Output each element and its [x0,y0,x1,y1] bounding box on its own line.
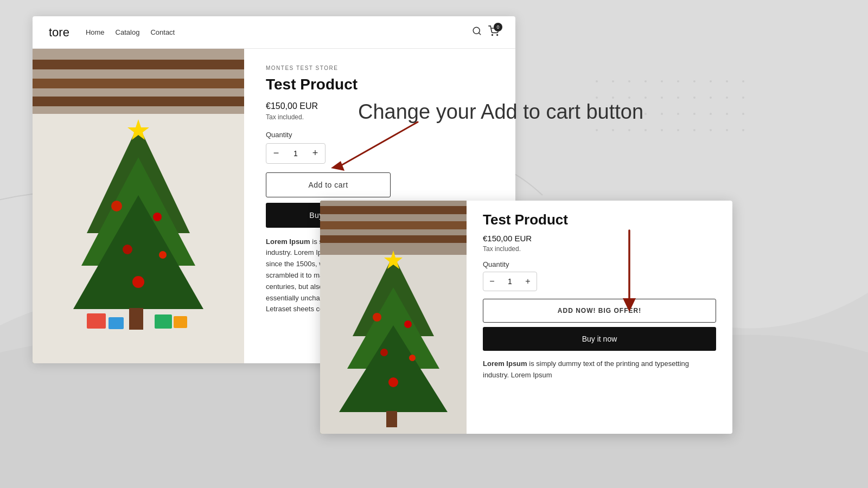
svg-point-33 [628,129,630,131]
product-image [33,49,244,363]
add-to-cart-button[interactable]: Add to cart [266,172,391,197]
svg-rect-64 [174,316,187,328]
svg-point-78 [380,349,388,356]
svg-point-58 [159,251,167,259]
quantity-label-2: Quantity [483,260,716,268]
svg-point-76 [373,313,381,322]
svg-point-59 [132,276,144,288]
store-navbar: tore Home Catalog Contact 0 [33,16,515,49]
svg-rect-62 [108,317,124,329]
svg-point-23 [628,113,630,115]
quantity-increase-btn[interactable]: + [305,144,325,163]
product-details-2: Test Product €150,00 EUR Tax included. Q… [467,201,732,434]
description-bold-2: Lorem Ipsum [483,359,527,368]
svg-point-35 [661,129,663,131]
quantity-value-2: 1 [501,277,519,286]
svg-point-36 [677,129,679,131]
nav-contact[interactable]: Contact [150,28,175,36]
svg-point-31 [596,129,598,131]
svg-rect-48 [33,79,244,88]
svg-point-80 [388,377,398,387]
svg-point-8 [710,80,712,82]
svg-line-42 [478,33,480,34]
add-now-big-offer-button[interactable]: ADD NOW! BIG OFFER! [483,299,716,323]
svg-point-12 [612,97,614,99]
svg-rect-69 [320,221,467,229]
nav-links: Home Catalog Contact [86,28,472,36]
svg-point-55 [111,201,122,211]
nav-home[interactable]: Home [86,28,105,36]
svg-rect-75 [386,411,397,427]
svg-point-56 [153,213,162,221]
svg-point-38 [710,129,712,131]
svg-point-6 [677,80,679,82]
quantity-control: − 1 + [266,143,326,164]
quantity-control-2: − 1 + [483,272,537,291]
svg-point-39 [726,129,728,131]
svg-point-77 [404,320,412,328]
svg-rect-47 [33,60,244,69]
svg-point-34 [644,129,647,131]
product-description-2: Lorem Ipsum is simply dummy text of the … [483,358,716,381]
svg-point-3 [628,80,630,82]
svg-point-27 [693,113,695,115]
svg-point-28 [710,113,712,115]
product-image-area [33,49,244,363]
svg-point-10 [742,80,744,82]
buy-now-button-2[interactable]: Buy it now [483,327,716,351]
svg-point-7 [693,80,695,82]
svg-point-13 [628,97,630,99]
svg-point-79 [409,355,416,361]
cart-icon[interactable]: 0 [488,25,499,39]
svg-point-15 [661,97,663,99]
vendor-label: MONTES TEST STORE [266,65,499,71]
svg-point-19 [726,97,728,99]
svg-point-4 [644,80,647,82]
search-icon[interactable] [472,26,482,38]
product-image-2 [320,201,467,434]
quantity-decrease-btn[interactable]: − [266,144,286,163]
product-title: Test Product [266,75,499,94]
cart-badge: 0 [494,23,502,31]
svg-point-37 [693,129,695,131]
product-price-2: €150,00 EUR [483,234,716,243]
svg-point-2 [612,80,614,82]
svg-rect-70 [320,235,467,243]
svg-point-1 [596,80,598,82]
svg-point-32 [612,129,614,131]
tax-info: Tax included. [266,113,499,121]
svg-rect-49 [33,97,244,106]
tax-info-2: Tax included. [483,245,716,253]
svg-point-5 [661,80,663,82]
svg-point-16 [677,97,679,99]
store-window-secondary: Test Product €150,00 EUR Tax included. Q… [320,201,732,434]
svg-point-43 [492,35,493,36]
svg-point-26 [677,113,679,115]
quantity-increase-btn-2[interactable]: + [519,272,537,291]
nav-catalog[interactable]: Catalog [116,28,140,36]
svg-point-14 [644,97,647,99]
store-logo: tore [49,25,69,40]
svg-point-24 [644,113,647,115]
product-price: €150,00 EUR [266,101,499,111]
svg-point-44 [497,35,498,36]
svg-point-25 [661,113,663,115]
svg-point-17 [693,97,695,99]
svg-point-21 [596,113,598,115]
svg-point-30 [742,113,744,115]
description-bold: Lorem Ipsum [266,237,310,246]
quantity-value: 1 [286,149,305,158]
svg-rect-54 [129,308,143,330]
quantity-decrease-btn-2[interactable]: − [483,272,501,291]
quantity-label: Quantity [266,131,499,139]
svg-point-11 [596,97,598,99]
svg-point-20 [742,97,744,99]
svg-rect-68 [320,206,467,214]
svg-point-29 [726,113,728,115]
svg-point-57 [123,245,132,254]
svg-point-22 [612,113,614,115]
svg-rect-63 [155,314,172,329]
svg-point-18 [710,97,712,99]
svg-point-40 [742,129,744,131]
nav-icons: 0 [472,25,499,39]
